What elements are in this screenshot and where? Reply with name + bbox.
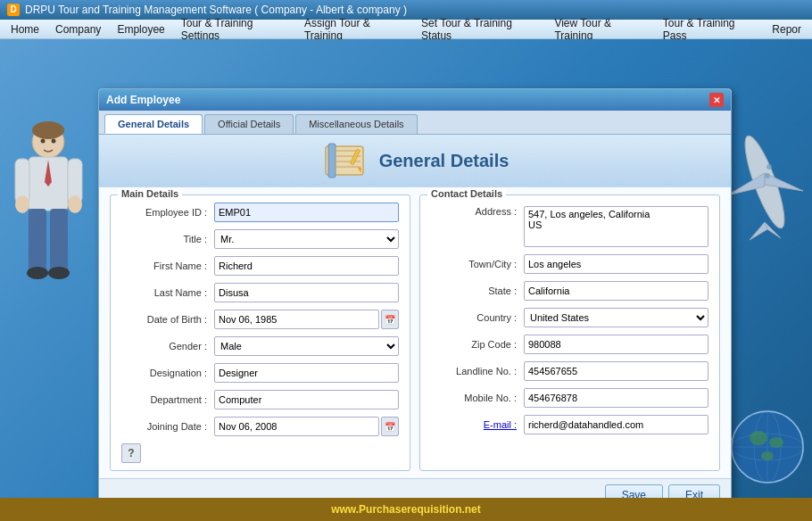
main-details-title: Main Details: [118, 188, 182, 199]
title-text: DRPU Tour and Training Management Softwa…: [25, 4, 407, 16]
gender-label: Gender :: [121, 341, 211, 351]
last-name-row: Last Name :: [121, 283, 399, 302]
town-city-input[interactable]: [524, 254, 708, 274]
department-row: Department :: [121, 390, 399, 409]
state-label: State :: [431, 285, 520, 296]
add-employee-dialog: Add Employee ✕ General Details Official …: [98, 88, 732, 512]
svg-rect-8: [29, 209, 46, 271]
address-textarea[interactable]: 547, Los angeles, California US: [524, 206, 708, 247]
gender-select[interactable]: Male Female: [214, 336, 399, 356]
svg-point-1: [32, 121, 64, 139]
svg-rect-9: [50, 209, 68, 271]
gender-row: Gender : Male Female: [121, 336, 399, 356]
employee-id-input[interactable]: [214, 203, 399, 222]
form-area: General Details Main Details Employee ID…: [99, 134, 731, 511]
dob-input[interactable]: [214, 310, 379, 329]
tab-official-details[interactable]: Official Details: [204, 114, 294, 134]
svg-point-28: [769, 437, 783, 448]
svg-point-10: [27, 267, 48, 279]
svg-point-27: [750, 431, 767, 445]
last-name-label: Last Name :: [121, 287, 211, 298]
town-city-row: Town/City :: [431, 254, 708, 274]
email-input[interactable]: [524, 415, 708, 434]
mobile-label: Mobile No. :: [431, 393, 520, 403]
tab-general-details[interactable]: General Details: [104, 114, 203, 134]
zip-code-input[interactable]: [524, 335, 708, 354]
joining-date-row: Joining Date : 📅: [121, 417, 399, 436]
country-select[interactable]: United States Canada UK Australia: [524, 308, 708, 327]
dialog-title-bar: Add Employee ✕: [99, 89, 731, 111]
svg-point-7: [68, 195, 82, 213]
dialog-close-button[interactable]: ✕: [709, 93, 724, 107]
zip-code-label: Zip Code :: [431, 339, 520, 350]
landline-input[interactable]: [524, 361, 708, 381]
mobile-input[interactable]: [524, 388, 708, 408]
country-label: Country :: [431, 312, 520, 323]
first-name-label: First Name :: [121, 260, 211, 271]
employee-id-row: Employee ID :: [121, 203, 399, 222]
joining-date-input[interactable]: [214, 417, 379, 436]
svg-point-13: [52, 139, 56, 144]
title-row: Title : Mr. Mrs. Ms. Dr.: [121, 229, 399, 249]
tab-bar: General Details Official Details Miscell…: [99, 111, 731, 134]
menu-employee[interactable]: Employee: [110, 21, 171, 37]
first-name-row: First Name :: [121, 256, 399, 276]
background: Add Employee ✕ General Details Official …: [0, 39, 812, 521]
zip-code-row: Zip Code :: [431, 335, 708, 354]
globe-decoration: [727, 407, 808, 490]
landline-label: Landline No. :: [431, 366, 520, 376]
plane-decoration: [723, 115, 808, 252]
menu-report[interactable]: Repor: [765, 21, 808, 37]
state-row: State :: [431, 281, 708, 301]
landline-row: Landline No. :: [431, 361, 708, 381]
footer-text: www.Purchaserequisition.net: [331, 503, 481, 516]
dialog-title: Add Employee: [106, 94, 180, 106]
footer: www.Purchaserequisition.net: [0, 498, 812, 521]
title-label: Title :: [121, 234, 211, 244]
joining-date-calendar-button[interactable]: 📅: [381, 417, 399, 436]
contact-details-title: Contact Details: [427, 188, 506, 199]
email-row: E-mail :: [431, 415, 708, 434]
menu-bar: Home Company Employee Tour & Training Se…: [0, 20, 812, 39]
dob-label: Date of Birth :: [121, 314, 211, 325]
dob-calendar-button[interactable]: 📅: [381, 310, 399, 329]
designation-input[interactable]: [214, 363, 399, 383]
svg-point-12: [41, 139, 46, 144]
svg-point-29: [761, 451, 774, 460]
svg-marker-17: [750, 222, 767, 240]
address-row: Address : 547, Los angeles, California U…: [431, 206, 708, 247]
svg-point-11: [48, 267, 70, 279]
first-name-input[interactable]: [214, 256, 399, 276]
title-select[interactable]: Mr. Mrs. Ms. Dr.: [214, 229, 399, 249]
employee-id-label: Employee ID :: [121, 207, 211, 218]
app-icon: D: [7, 4, 20, 16]
town-city-label: Town/City :: [431, 259, 520, 269]
main-details-section: Main Details Employee ID : Title : Mr. M…: [110, 194, 410, 471]
help-button[interactable]: ?: [121, 443, 141, 463]
person-decoration: [11, 120, 87, 301]
joining-date-label: Joining Date :: [121, 421, 211, 432]
dob-date-group: 📅: [214, 310, 399, 329]
form-title: General Details: [379, 151, 510, 171]
form-content: Main Details Employee ID : Title : Mr. M…: [99, 187, 731, 478]
department-input[interactable]: [214, 390, 399, 409]
address-label: Address :: [431, 206, 520, 217]
svg-point-6: [15, 195, 29, 213]
mobile-row: Mobile No. :: [431, 388, 708, 408]
menu-company[interactable]: Company: [48, 21, 108, 37]
joining-date-group: 📅: [214, 417, 399, 436]
svg-point-19: [765, 173, 770, 178]
designation-row: Designation :: [121, 363, 399, 383]
state-input[interactable]: [524, 281, 708, 301]
tab-miscellaneous-details[interactable]: Miscellaneous Details: [295, 114, 417, 134]
last-name-input[interactable]: [214, 283, 399, 302]
menu-home[interactable]: Home: [4, 21, 46, 37]
contact-details-section: Contact Details Address : 547, Los angel…: [419, 194, 720, 471]
svg-point-20: [766, 164, 772, 170]
country-row: Country : United States Canada UK Austra…: [431, 308, 708, 327]
form-header-icon: [321, 142, 370, 179]
designation-label: Designation :: [121, 368, 211, 378]
svg-rect-31: [328, 144, 336, 178]
email-label[interactable]: E-mail :: [431, 419, 520, 430]
department-label: Department :: [121, 394, 211, 405]
